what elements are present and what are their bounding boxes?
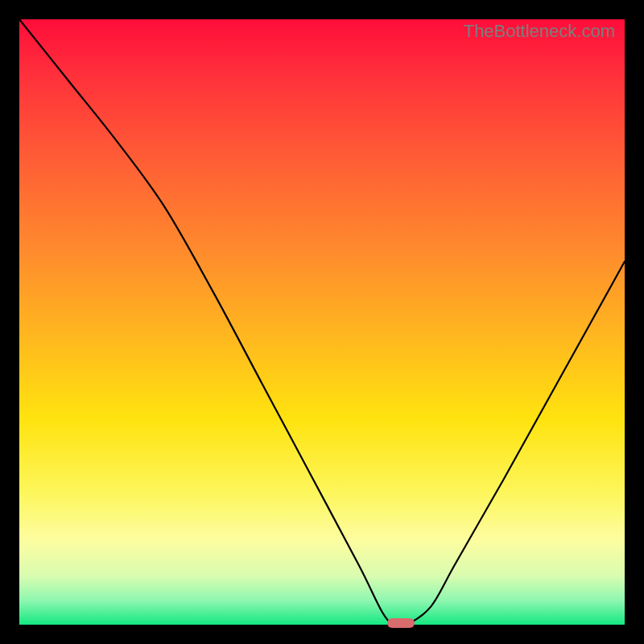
chart-frame: TheBottleneck.com [0,0,644,644]
bottleneck-curve [19,19,625,625]
optimal-marker [387,618,415,628]
plot-area: TheBottleneck.com [19,19,625,625]
curve-path [19,19,625,626]
